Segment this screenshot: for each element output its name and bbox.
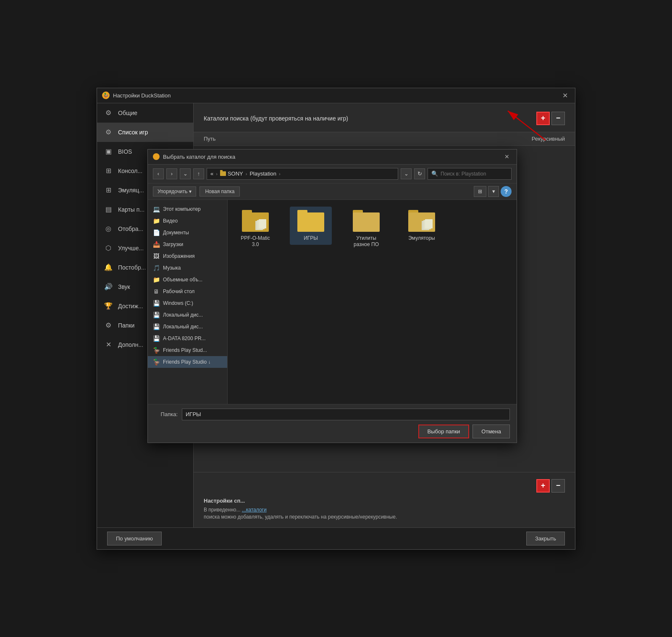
file-dialog: Выбрать каталог для поиска ✕ ‹ › ⌄ ↑ « ›… (147, 149, 517, 443)
tree-item-downloads[interactable]: 📥 Загрузки (148, 239, 227, 250)
sidebar-label-enhance: Улучше... (118, 245, 144, 252)
downloads-icon: 📥 (153, 241, 160, 248)
computer-icon: 💻 (153, 206, 160, 212)
bottom-bar: По умолчанию Закрыть (97, 527, 575, 549)
view-dropdown-button[interactable]: ▾ (488, 186, 499, 197)
breadcrumb-sony[interactable]: SONY (220, 170, 243, 177)
default-button[interactable]: По умолчанию (107, 532, 162, 545)
close-icon[interactable]: ✕ (560, 90, 570, 100)
tree-item-music[interactable]: 🎵 Музыка (148, 262, 227, 274)
tree-item-desktop[interactable]: 🖥 Рабочий стол (148, 286, 227, 297)
dialog-title-left: Выбрать каталог для поиска (153, 153, 235, 160)
down-button[interactable]: ⌄ (180, 168, 191, 179)
tree-item-fps1[interactable]: 🦆 Friends Play Stud... (148, 344, 227, 356)
sidebar-label-emulation: Эмуляц... (118, 187, 144, 194)
tree-item-local2[interactable]: 💾 Локальный дис... (148, 321, 227, 333)
tree-item-documents[interactable]: 📄 Документы (148, 227, 227, 239)
sidebar-label-post: Постобр... (118, 264, 146, 271)
sidebar-label-display: Отобра... (118, 225, 143, 232)
folder-icon (220, 171, 226, 176)
folder-row: Папка: (155, 409, 510, 420)
description-main: поиска можно добавлять, удалять и перекл… (204, 514, 397, 520)
bottom-remove-button[interactable]: − (551, 479, 565, 493)
back-button[interactable]: ‹ (153, 168, 164, 179)
breadcrumb-playstation: Playstation (249, 170, 276, 177)
file-label-ppf: PPF-O-Matic 3.0 (238, 235, 273, 248)
tree-item-video[interactable]: 📁 Видео (148, 215, 227, 227)
file-item-games[interactable]: ИГРЫ (290, 207, 332, 245)
tree-item-windows[interactable]: 💾 Windows (C:) (148, 297, 227, 309)
fps2-icon: 🦆 (153, 359, 160, 365)
refresh-button[interactable]: ↻ (414, 168, 425, 179)
add-directory-button[interactable]: + (536, 112, 550, 125)
folder-utils-icon (353, 210, 380, 232)
folders-icon: ⚙ (104, 321, 113, 330)
emulation-icon: ⊞ (104, 186, 113, 195)
nav-bar: ‹ › ⌄ ↑ « › SONY › Playstation › ⌄ ↻ 🔍 (148, 165, 517, 183)
sidebar-item-gamelist[interactable]: ⚙ Список игр (97, 123, 193, 142)
section-title: Каталоги поиска (будут проверяться на на… (204, 115, 348, 122)
tree-item-computer[interactable]: 💻 Этот компьютер (148, 203, 227, 215)
tree-item-images[interactable]: 🖼 Изображения (148, 250, 227, 262)
tree-label-downloads: Загрузки (163, 241, 183, 247)
dialog-close-button[interactable]: ✕ (502, 152, 512, 161)
3d-icon: 📁 (153, 276, 160, 283)
title-bar: 🦆 Настройки DuckStation ✕ (97, 88, 575, 103)
tree-item-fps2[interactable]: 🦆 Friends Play Studio ↓ (148, 356, 227, 368)
toolbar-right: ⊞ ▾ ? (474, 186, 512, 197)
search-bar: 🔍 (428, 168, 512, 180)
file-label-emulators: Эмуляторы (408, 235, 435, 242)
arrange-chevron-icon: ▾ (189, 189, 192, 194)
col-path-header: Путь (204, 136, 514, 142)
extra-icon: ✕ (104, 340, 113, 349)
sidebar-label-cards: Карты п... (118, 206, 144, 213)
select-folder-button[interactable]: Выбор папки (418, 425, 470, 438)
video-icon: 📁 (153, 218, 160, 224)
bottom-add-button[interactable]: + (536, 479, 550, 493)
sidebar-item-general[interactable]: ⚙ Общие (97, 103, 193, 123)
file-label-utils: Утилиты разное ПО (349, 235, 384, 248)
tree-item-3d[interactable]: 📁 Объемные объ... (148, 274, 227, 286)
forward-button[interactable]: › (166, 168, 177, 179)
col-recursive-header: Рекурсивный (514, 136, 565, 142)
arrange-label: Упорядочить (158, 189, 187, 194)
tree-item-adata[interactable]: 💾 A-DATA 8200 PR... (148, 333, 227, 344)
catalogs-link[interactable]: ...каталоги (242, 507, 267, 513)
file-item-emulators[interactable]: Эмуляторы (401, 207, 443, 245)
new-folder-button[interactable]: Новая папка (200, 186, 240, 197)
tree-item-local1[interactable]: 💾 Локальный дис... (148, 309, 227, 321)
close-window-button[interactable]: Закрыть (526, 532, 565, 545)
help-button[interactable]: ? (501, 186, 512, 197)
sidebar-label-gamelist: Список игр (118, 129, 148, 136)
description-text: В приведенно... (204, 507, 240, 513)
content-header: Каталоги поиска (будут проверяться на на… (194, 103, 575, 132)
up-button[interactable]: ↑ (193, 168, 204, 179)
post-icon: 🔔 (104, 263, 113, 272)
sidebar-label-achieve: Достиж... (118, 303, 143, 309)
tree-label-computer: Этот компьютер (163, 206, 201, 212)
tree-label-music: Музыка (163, 265, 181, 271)
sidebar-label-extra: Дополн... (118, 341, 143, 348)
tree-label-video: Видео (163, 218, 178, 224)
remove-directory-button[interactable]: − (551, 112, 565, 125)
folder-input[interactable] (182, 409, 510, 420)
docs-icon: 📄 (153, 229, 160, 236)
cancel-button[interactable]: Отмена (472, 425, 510, 438)
tree-label-windows: Windows (C:) (163, 300, 193, 306)
sidebar-label-general: Общие (118, 110, 137, 116)
breadcrumb-bar: « › SONY › Playstation › (207, 168, 398, 180)
search-input[interactable] (441, 171, 508, 177)
dialog-title-bar: Выбрать каталог для поиска ✕ (148, 149, 517, 165)
music-icon: 🎵 (153, 265, 160, 271)
file-item-utils[interactable]: Утилиты разное ПО (345, 207, 387, 252)
file-label-games: ИГРЫ (304, 235, 318, 242)
breadcrumb-dropdown-button[interactable]: ⌄ (401, 168, 412, 179)
dialog-bottom: Папка: Выбор папки Отмена (148, 404, 517, 443)
folder-ppf-icon (242, 210, 269, 232)
view-button[interactable]: ⊞ (474, 186, 486, 197)
file-item-ppf[interactable]: PPF-O-Matic 3.0 (234, 207, 276, 252)
sidebar-label-folders: Папки (118, 322, 134, 329)
header-buttons: + − (536, 112, 565, 125)
arrange-button[interactable]: Упорядочить ▾ (153, 186, 196, 197)
dialog-toolbar: Упорядочить ▾ Новая папка ⊞ ▾ ? (148, 183, 517, 200)
